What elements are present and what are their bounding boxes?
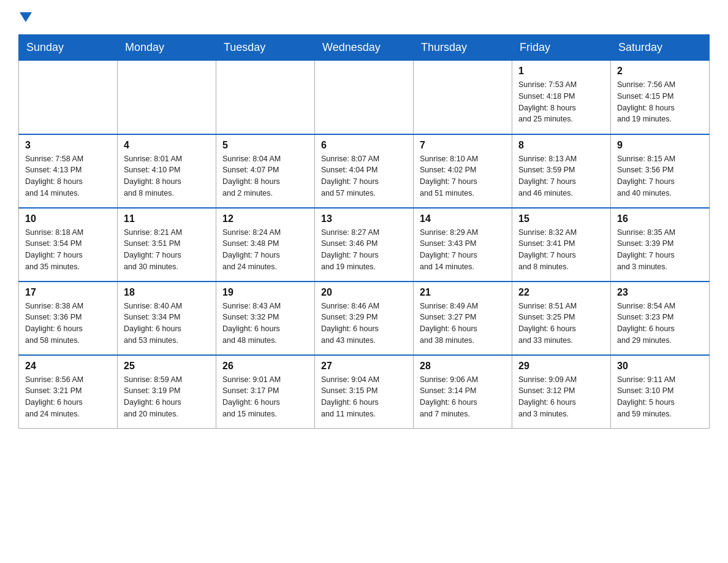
calendar-cell-w1-d7: 2Sunrise: 7:56 AMSunset: 4:15 PMDaylight… <box>611 61 710 134</box>
day-number: 7 <box>420 140 506 151</box>
day-info: Sunrise: 8:59 AMSunset: 3:19 PMDaylight:… <box>124 374 210 420</box>
calendar-cell-w4-d5: 21Sunrise: 8:49 AMSunset: 3:27 PMDayligh… <box>414 282 512 355</box>
day-number: 4 <box>124 140 210 151</box>
day-number: 11 <box>124 213 210 224</box>
calendar-week-5: 24Sunrise: 8:56 AMSunset: 3:21 PMDayligh… <box>19 355 710 429</box>
day-info: Sunrise: 8:32 AMSunset: 3:41 PMDaylight:… <box>518 227 604 273</box>
day-info: Sunrise: 8:07 AMSunset: 4:04 PMDaylight:… <box>321 153 407 199</box>
day-number: 18 <box>124 287 210 298</box>
day-number: 10 <box>25 213 111 224</box>
day-info: Sunrise: 8:54 AMSunset: 3:23 PMDaylight:… <box>617 301 703 347</box>
calendar-cell-w2-d2: 4Sunrise: 8:01 AMSunset: 4:10 PMDaylight… <box>118 134 216 208</box>
day-number: 6 <box>321 140 407 151</box>
header-tuesday: Tuesday <box>216 35 315 61</box>
calendar-cell-w5-d2: 25Sunrise: 8:59 AMSunset: 3:19 PMDayligh… <box>118 355 216 429</box>
day-number: 30 <box>617 361 703 372</box>
header-sunday: Sunday <box>19 35 118 61</box>
day-number: 9 <box>617 140 703 151</box>
day-number: 28 <box>420 361 506 372</box>
day-number: 15 <box>518 213 604 224</box>
day-number: 27 <box>321 361 407 372</box>
calendar-week-2: 3Sunrise: 7:58 AMSunset: 4:13 PMDaylight… <box>19 134 710 208</box>
calendar-cell-w1-d6: 1Sunrise: 7:53 AMSunset: 4:18 PMDaylight… <box>512 61 611 134</box>
calendar-cell-w2-d4: 6Sunrise: 8:07 AMSunset: 4:04 PMDaylight… <box>315 134 414 208</box>
calendar-cell-w3-d5: 14Sunrise: 8:29 AMSunset: 3:43 PMDayligh… <box>414 208 512 282</box>
calendar-cell-w5-d6: 29Sunrise: 9:09 AMSunset: 3:12 PMDayligh… <box>512 355 611 429</box>
calendar-cell-w1-d1 <box>19 61 118 134</box>
day-number: 22 <box>518 287 604 298</box>
day-info: Sunrise: 8:21 AMSunset: 3:51 PMDaylight:… <box>124 227 210 273</box>
page-header <box>18 12 710 22</box>
day-info: Sunrise: 8:13 AMSunset: 3:59 PMDaylight:… <box>518 153 604 199</box>
calendar-cell-w5-d7: 30Sunrise: 9:11 AMSunset: 3:10 PMDayligh… <box>611 355 710 429</box>
logo-triangle-icon <box>20 12 32 22</box>
logo <box>18 12 33 22</box>
day-info: Sunrise: 7:58 AMSunset: 4:13 PMDaylight:… <box>25 153 111 199</box>
calendar-week-3: 10Sunrise: 8:18 AMSunset: 3:54 PMDayligh… <box>19 208 710 282</box>
calendar-cell-w1-d2 <box>118 61 216 134</box>
day-info: Sunrise: 9:06 AMSunset: 3:14 PMDaylight:… <box>420 374 506 420</box>
calendar-cell-w2-d7: 9Sunrise: 8:15 AMSunset: 3:56 PMDaylight… <box>611 134 710 208</box>
calendar-cell-w2-d6: 8Sunrise: 8:13 AMSunset: 3:59 PMDaylight… <box>512 134 611 208</box>
calendar-cell-w2-d5: 7Sunrise: 8:10 AMSunset: 4:02 PMDaylight… <box>414 134 512 208</box>
day-number: 23 <box>617 287 703 298</box>
day-number: 1 <box>518 66 604 77</box>
day-number: 8 <box>518 140 604 151</box>
header-friday: Friday <box>512 35 611 61</box>
day-info: Sunrise: 9:01 AMSunset: 3:17 PMDaylight:… <box>222 374 308 420</box>
day-info: Sunrise: 8:15 AMSunset: 3:56 PMDaylight:… <box>617 153 703 199</box>
day-number: 25 <box>124 361 210 372</box>
day-info: Sunrise: 8:56 AMSunset: 3:21 PMDaylight:… <box>25 374 111 420</box>
calendar-cell-w2-d1: 3Sunrise: 7:58 AMSunset: 4:13 PMDaylight… <box>19 134 118 208</box>
day-info: Sunrise: 8:04 AMSunset: 4:07 PMDaylight:… <box>222 153 308 199</box>
calendar-cell-w3-d4: 13Sunrise: 8:27 AMSunset: 3:46 PMDayligh… <box>315 208 414 282</box>
day-number: 2 <box>617 66 703 77</box>
calendar-week-4: 17Sunrise: 8:38 AMSunset: 3:36 PMDayligh… <box>19 282 710 355</box>
day-number: 29 <box>518 361 604 372</box>
header-wednesday: Wednesday <box>315 35 414 61</box>
day-info: Sunrise: 8:29 AMSunset: 3:43 PMDaylight:… <box>420 227 506 273</box>
calendar-cell-w4-d7: 23Sunrise: 8:54 AMSunset: 3:23 PMDayligh… <box>611 282 710 355</box>
calendar-cell-w3-d7: 16Sunrise: 8:35 AMSunset: 3:39 PMDayligh… <box>611 208 710 282</box>
calendar-cell-w4-d3: 19Sunrise: 8:43 AMSunset: 3:32 PMDayligh… <box>216 282 315 355</box>
calendar-cell-w3-d1: 10Sunrise: 8:18 AMSunset: 3:54 PMDayligh… <box>19 208 118 282</box>
header-monday: Monday <box>118 35 216 61</box>
calendar-cell-w5-d4: 27Sunrise: 9:04 AMSunset: 3:15 PMDayligh… <box>315 355 414 429</box>
day-info: Sunrise: 7:53 AMSunset: 4:18 PMDaylight:… <box>518 79 604 125</box>
calendar-cell-w4-d1: 17Sunrise: 8:38 AMSunset: 3:36 PMDayligh… <box>19 282 118 355</box>
day-number: 20 <box>321 287 407 298</box>
day-info: Sunrise: 8:18 AMSunset: 3:54 PMDaylight:… <box>25 227 111 273</box>
calendar-week-1: 1Sunrise: 7:53 AMSunset: 4:18 PMDaylight… <box>19 61 710 134</box>
day-number: 21 <box>420 287 506 298</box>
calendar-cell-w1-d4 <box>315 61 414 134</box>
day-number: 3 <box>25 140 111 151</box>
day-info: Sunrise: 8:10 AMSunset: 4:02 PMDaylight:… <box>420 153 506 199</box>
header-saturday: Saturday <box>611 35 710 61</box>
calendar-cell-w5-d3: 26Sunrise: 9:01 AMSunset: 3:17 PMDayligh… <box>216 355 315 429</box>
calendar-table: Sunday Monday Tuesday Wednesday Thursday… <box>18 34 710 429</box>
calendar-cell-w1-d3 <box>216 61 315 134</box>
day-info: Sunrise: 8:46 AMSunset: 3:29 PMDaylight:… <box>321 301 407 347</box>
day-info: Sunrise: 8:35 AMSunset: 3:39 PMDaylight:… <box>617 227 703 273</box>
day-info: Sunrise: 9:11 AMSunset: 3:10 PMDaylight:… <box>617 374 703 420</box>
calendar-cell-w5-d5: 28Sunrise: 9:06 AMSunset: 3:14 PMDayligh… <box>414 355 512 429</box>
calendar-cell-w5-d1: 24Sunrise: 8:56 AMSunset: 3:21 PMDayligh… <box>19 355 118 429</box>
day-info: Sunrise: 8:27 AMSunset: 3:46 PMDaylight:… <box>321 227 407 273</box>
header-thursday: Thursday <box>414 35 512 61</box>
day-number: 16 <box>617 213 703 224</box>
day-info: Sunrise: 8:38 AMSunset: 3:36 PMDaylight:… <box>25 301 111 347</box>
calendar-cell-w1-d5 <box>414 61 512 134</box>
day-info: Sunrise: 8:24 AMSunset: 3:48 PMDaylight:… <box>222 227 308 273</box>
day-info: Sunrise: 8:43 AMSunset: 3:32 PMDaylight:… <box>222 301 308 347</box>
day-info: Sunrise: 9:04 AMSunset: 3:15 PMDaylight:… <box>321 374 407 420</box>
day-number: 14 <box>420 213 506 224</box>
day-number: 26 <box>222 361 308 372</box>
calendar-cell-w3-d6: 15Sunrise: 8:32 AMSunset: 3:41 PMDayligh… <box>512 208 611 282</box>
calendar-cell-w3-d2: 11Sunrise: 8:21 AMSunset: 3:51 PMDayligh… <box>118 208 216 282</box>
calendar-cell-w2-d3: 5Sunrise: 8:04 AMSunset: 4:07 PMDaylight… <box>216 134 315 208</box>
day-number: 12 <box>222 213 308 224</box>
day-info: Sunrise: 9:09 AMSunset: 3:12 PMDaylight:… <box>518 374 604 420</box>
day-info: Sunrise: 8:01 AMSunset: 4:10 PMDaylight:… <box>124 153 210 199</box>
day-number: 19 <box>222 287 308 298</box>
day-info: Sunrise: 8:51 AMSunset: 3:25 PMDaylight:… <box>518 301 604 347</box>
